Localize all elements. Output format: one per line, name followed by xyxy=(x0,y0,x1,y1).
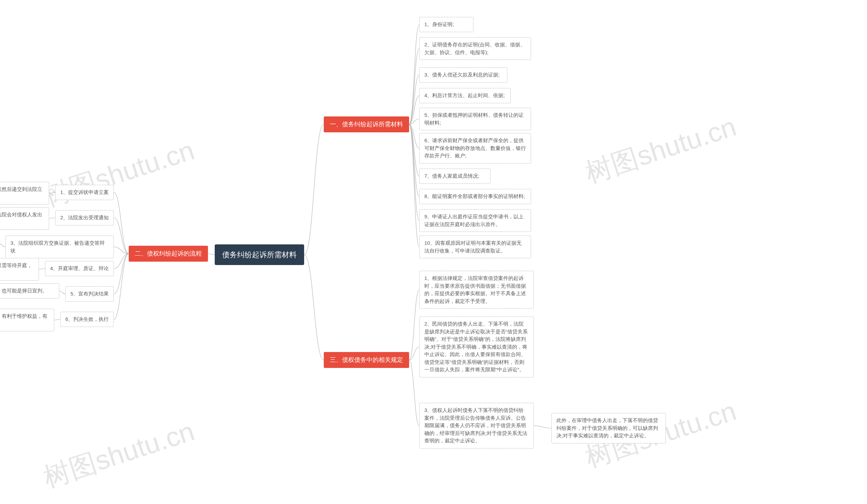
leaf-b1-8: 9、申请证人出庭作证应当提交申请书，以上证据在法院开庭时必须出示原件。 xyxy=(419,209,531,232)
branch-materials[interactable]: 一、债务纠纷起诉所需材料 xyxy=(324,117,409,132)
watermark: 树图shutu.cn xyxy=(39,413,199,496)
leaf-b2-1-sub: 在法院立案之后，人民法院会对债权人发出受理通知。 xyxy=(0,207,49,230)
leaf-b1-6: 7、债务人家庭成员情况; xyxy=(419,168,490,184)
leaf-b1-4: 5、担保或者抵押的证明材料、债务转让的证明材料; xyxy=(419,108,531,130)
branch-process[interactable]: 二、债权纠纷起诉的流程 xyxy=(129,246,208,262)
leaf-b1-1: 2、证明债务存在的证明(合同、收据、借据、欠据、协议、信件、电报等); xyxy=(419,37,531,60)
leaf-b1-5: 6、请求诉前财产保全或者财产保全的，提供可财产保全财物的存放地点、数量价值，银行… xyxy=(419,133,531,164)
leaf-b1-3: 4、利息计算方法、起止时间、依据; xyxy=(419,88,511,103)
leaf-b2-4: 5、宣布判决结果 xyxy=(65,286,114,302)
leaf-b2-3: 4、开庭审理、质证、辩论 xyxy=(45,261,114,276)
leaf-b2-5-sub: 起诉前进行财产保全，有利于维护权益，有利于执行。 xyxy=(0,309,54,331)
leaf-b2-4-sub: 有可能是当庭宣判，也可能是择日宣判。 xyxy=(0,283,59,298)
leaf-b3-2: 3、债权人起诉时债务人下落不明的借贷纠纷案件，法院受理后公告传唤债务人应诉。公告… xyxy=(419,403,534,449)
leaf-b2-1: 2、法院发出受理通知 xyxy=(55,210,114,226)
leaf-b1-9: 10、因客观原因对证明与本案有关的证据无法自行收集，可申请法院调查取证。 xyxy=(419,235,531,258)
leaf-b2-0-sub: 债权人可以写一份起诉状然后递交到法院立案厅进行立案。 xyxy=(0,182,49,205)
watermark: 树图shutu.cn xyxy=(581,109,741,192)
leaf-b2-5: 6、判决生效，执行 xyxy=(60,312,114,327)
leaf-b1-2: 3、债务人偿还欠款及利息的证据; xyxy=(419,67,507,83)
leaf-b3-2-sub: 此外，在审理中债务人出走，下落不明的借贷纠纷案件，对于借贷关系明确的，可以缺席判… xyxy=(552,413,666,443)
branch-regulations[interactable]: 三、债权债务中的相关规定 xyxy=(324,352,409,368)
leaf-b3-1: 2、民间借贷的债务人出走、下落不明，法院是缺席判决还是中止诉讼取决于是否“借贷关… xyxy=(419,317,534,377)
root-node[interactable]: 债务纠纷起诉所需材料 xyxy=(215,244,304,265)
leaf-b2-3-sub: 上述程序进行完之后，双方只需等待开庭，然后参与审判即可。 xyxy=(0,258,39,281)
watermark: 树图shutu.cn xyxy=(39,132,199,216)
leaf-b2-2: 3、法院组织双方交换证据、被告递交答辩状 xyxy=(6,235,114,258)
leaf-b2-0: 1、提交诉状申请立案 xyxy=(55,185,114,200)
leaf-b1-0: 1、身份证明; xyxy=(419,17,473,32)
leaf-b1-7: 8、能证明案件全部或者部分事实的证明材料; xyxy=(419,189,531,204)
leaf-b3-0: 1、根据法律规定，法院审查借贷案件的起诉时，应当要求原告提供书面借据；无书面借据… xyxy=(419,271,534,309)
